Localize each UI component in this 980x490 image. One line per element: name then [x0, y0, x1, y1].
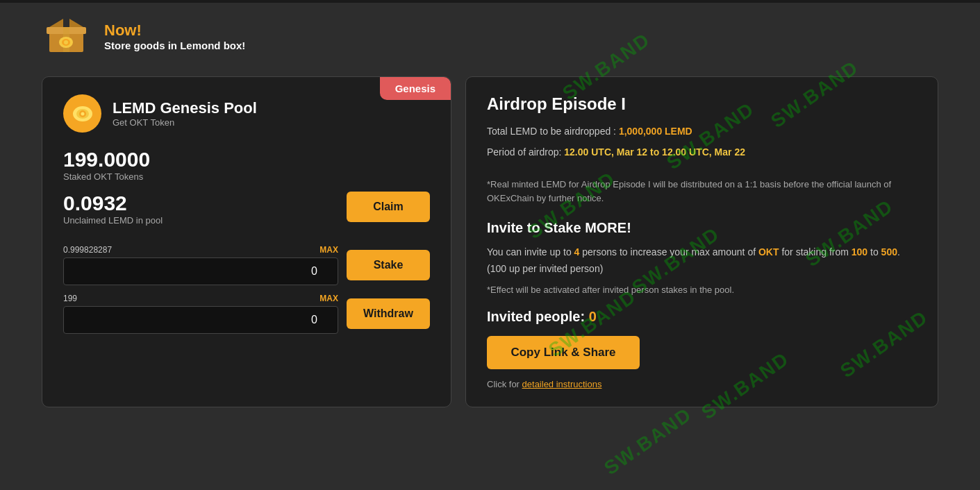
svg-point-11 — [81, 112, 84, 115]
unclaimed-label: Unclaimed LEMD in pool — [63, 215, 163, 226]
stake-max-button[interactable]: MAX — [319, 245, 338, 255]
left-card: Genesis LEMD Genesis Pool Get OKT Token … — [42, 76, 451, 407]
staked-label: Staked OKT Tokens — [63, 171, 430, 182]
invite-bold-4: 500 — [881, 246, 897, 257]
invited-label: Invited people: — [487, 309, 589, 324]
main-content: Genesis LEMD Genesis Pool Get OKT Token … — [0, 76, 980, 435]
period-value: 12.00 UTC, Mar 12 to 12.00 UTC, Mar 22 — [564, 146, 745, 158]
period-label: Period of airdrop: — [487, 146, 564, 158]
withdraw-balance: 199 — [63, 294, 77, 303]
withdraw-button[interactable]: Withdraw — [347, 298, 430, 329]
effect-note: *Effect will be activated after invited … — [487, 283, 917, 298]
sub-label: Store goods in Lemond box! — [104, 40, 245, 51]
now-label: Now! — [104, 22, 245, 40]
withdraw-row: 199 MAX Withdraw — [63, 294, 430, 334]
pool-logo-icon — [70, 101, 95, 126]
invite-text-2: persons to increase your max amount of — [579, 246, 758, 257]
instructions-link[interactable]: detailed instructions — [522, 379, 602, 389]
invite-text-3: for staking from — [779, 246, 852, 257]
airdrop-title: Airdrop Episode I — [487, 94, 917, 114]
unclaimed-info: 0.0932 Unclaimed LEMD in pool — [63, 192, 163, 235]
withdraw-hint: 199 MAX — [63, 294, 338, 303]
pool-logo — [63, 94, 101, 133]
right-card: Airdrop Episode I Total LEMD to be airdr… — [465, 76, 938, 407]
banner-text: Now! Store goods in Lemond box! — [104, 22, 245, 51]
staked-value: 199.0000 — [63, 148, 430, 171]
click-instructions: Click for detailed instructions — [487, 379, 917, 389]
banner-icon — [42, 15, 90, 57]
withdraw-input-wrapper: 199 MAX — [63, 294, 338, 334]
invite-bold-3: 100 — [852, 246, 867, 257]
svg-marker-2 — [49, 19, 63, 27]
period-row: Period of airdrop: 12.00 UTC, Mar 12 to … — [487, 144, 917, 161]
stake-row: 0.999828287 MAX Stake — [63, 245, 430, 285]
svg-marker-3 — [69, 19, 83, 27]
stake-input[interactable] — [63, 257, 338, 285]
box-icon — [44, 16, 89, 56]
withdraw-input[interactable] — [63, 306, 338, 334]
pool-title: LEMD Genesis Pool — [113, 99, 257, 117]
invite-text-1: You can invite up to — [487, 246, 574, 257]
invite-title: Invite to Stake MORE! — [487, 220, 917, 236]
invited-count: 0 — [589, 309, 597, 324]
pool-header: LEMD Genesis Pool Get OKT Token — [63, 94, 430, 133]
stake-button[interactable]: Stake — [347, 250, 430, 280]
unclaimed-row: 0.0932 Unclaimed LEMD in pool Claim — [63, 192, 430, 235]
pool-info: LEMD Genesis Pool Get OKT Token — [113, 99, 257, 128]
total-lemd-row: Total LEMD to be airdropped : 1,000,000 … — [487, 124, 917, 140]
invite-text-4: to — [867, 246, 881, 257]
invited-row: Invited people: 0 — [487, 309, 917, 325]
total-lemd-label: Total LEMD to be airdropped : — [487, 126, 619, 137]
svg-point-7 — [64, 40, 68, 44]
pool-subtitle: Get OKT Token — [113, 117, 257, 128]
stake-balance: 0.999828287 — [63, 245, 112, 255]
airdrop-note: *Real minted LEMD for Airdrop Episode I … — [487, 178, 917, 207]
stake-input-wrapper: 0.999828287 MAX — [63, 245, 338, 285]
claim-button[interactable]: Claim — [347, 192, 430, 222]
withdraw-max-button[interactable]: MAX — [319, 294, 338, 303]
total-lemd-value: 1,000,000 LEMD — [619, 126, 692, 137]
click-for-label: Click for — [487, 379, 522, 389]
unclaimed-value: 0.0932 — [63, 192, 163, 215]
invite-bold-2: OKT — [758, 246, 779, 257]
copy-link-button[interactable]: Copy Link & Share — [487, 336, 640, 369]
genesis-badge: Genesis — [380, 77, 451, 100]
top-banner: Now! Store goods in Lemond box! — [0, 3, 980, 69]
stake-hint: 0.999828287 MAX — [63, 245, 338, 255]
invite-description: You can invite up to 4 persons to increa… — [487, 244, 917, 278]
